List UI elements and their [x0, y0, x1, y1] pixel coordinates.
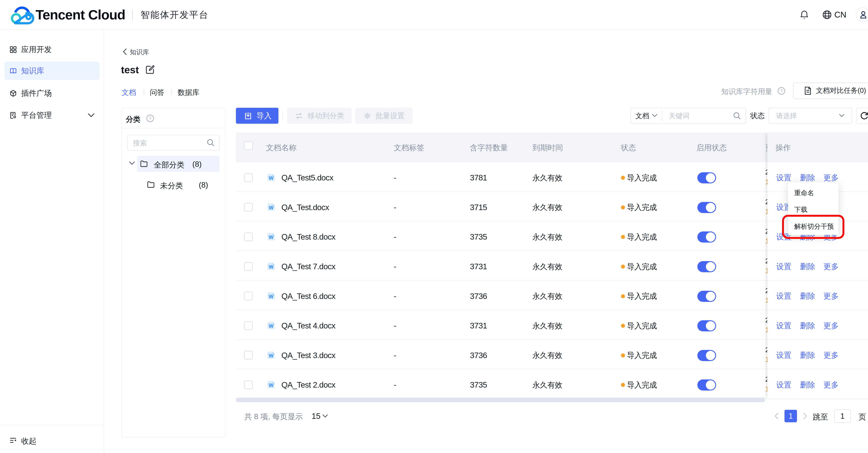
svg-text:?: ?	[149, 116, 151, 121]
svg-text:W: W	[269, 323, 274, 329]
svg-text:W: W	[269, 353, 274, 358]
svg-text:?: ?	[780, 89, 783, 93]
svg-text:W: W	[269, 294, 274, 299]
svg-text:W: W	[269, 264, 274, 270]
svg-text:W: W	[269, 175, 274, 181]
svg-text:W: W	[269, 234, 274, 240]
svg-text:W: W	[269, 205, 274, 211]
svg-text:W: W	[269, 382, 274, 388]
